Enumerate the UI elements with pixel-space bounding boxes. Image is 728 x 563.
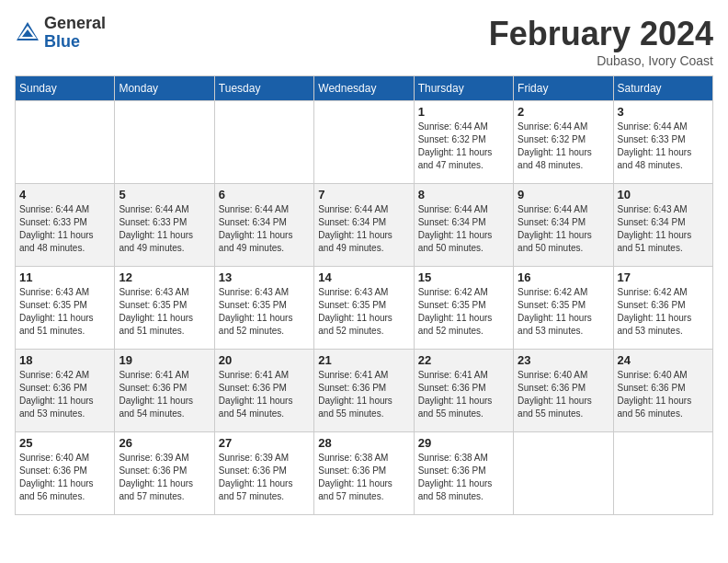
calendar-cell: 26Sunrise: 6:39 AM Sunset: 6:36 PM Dayli… bbox=[115, 432, 214, 515]
calendar-week-row: 1Sunrise: 6:44 AM Sunset: 6:32 PM Daylig… bbox=[16, 101, 713, 184]
day-number: 21 bbox=[318, 353, 409, 367]
calendar-cell: 23Sunrise: 6:40 AM Sunset: 6:36 PM Dayli… bbox=[514, 350, 613, 432]
day-number: 24 bbox=[618, 353, 709, 367]
calendar-table: SundayMondayTuesdayWednesdayThursdayFrid… bbox=[15, 75, 713, 515]
day-number: 13 bbox=[219, 270, 310, 284]
calendar-cell: 7Sunrise: 6:44 AM Sunset: 6:34 PM Daylig… bbox=[314, 184, 414, 267]
header-day-friday: Friday bbox=[514, 76, 613, 101]
day-info: Sunrise: 6:44 AM Sunset: 6:34 PM Dayligh… bbox=[418, 203, 509, 255]
calendar-cell: 12Sunrise: 6:43 AM Sunset: 6:35 PM Dayli… bbox=[115, 267, 214, 350]
header-day-thursday: Thursday bbox=[414, 76, 513, 101]
day-info: Sunrise: 6:41 AM Sunset: 6:36 PM Dayligh… bbox=[219, 369, 310, 420]
day-info: Sunrise: 6:40 AM Sunset: 6:36 PM Dayligh… bbox=[618, 369, 709, 420]
day-number: 8 bbox=[418, 188, 509, 201]
calendar-cell: 19Sunrise: 6:41 AM Sunset: 6:36 PM Dayli… bbox=[115, 350, 214, 432]
day-info: Sunrise: 6:43 AM Sunset: 6:35 PM Dayligh… bbox=[119, 286, 210, 338]
day-info: Sunrise: 6:40 AM Sunset: 6:36 PM Dayligh… bbox=[19, 452, 110, 503]
day-number: 15 bbox=[418, 270, 509, 284]
day-info: Sunrise: 6:44 AM Sunset: 6:34 PM Dayligh… bbox=[318, 203, 409, 255]
day-number: 11 bbox=[19, 270, 110, 284]
day-info: Sunrise: 6:43 AM Sunset: 6:35 PM Dayligh… bbox=[19, 286, 110, 338]
day-number: 29 bbox=[418, 436, 509, 450]
day-info: Sunrise: 6:41 AM Sunset: 6:36 PM Dayligh… bbox=[418, 369, 509, 420]
day-number: 3 bbox=[618, 105, 709, 119]
calendar-cell: 14Sunrise: 6:43 AM Sunset: 6:35 PM Dayli… bbox=[314, 267, 414, 350]
calendar-cell bbox=[16, 101, 115, 184]
day-info: Sunrise: 6:44 AM Sunset: 6:32 PM Dayligh… bbox=[418, 121, 509, 172]
day-info: Sunrise: 6:39 AM Sunset: 6:36 PM Dayligh… bbox=[219, 452, 310, 503]
day-number: 9 bbox=[518, 188, 609, 201]
title-area: February 2024 Dubaso, Ivory Coast bbox=[489, 15, 713, 68]
day-info: Sunrise: 6:38 AM Sunset: 6:36 PM Dayligh… bbox=[418, 452, 509, 503]
month-title: February 2024 bbox=[489, 15, 713, 53]
day-number: 17 bbox=[618, 270, 709, 284]
day-info: Sunrise: 6:40 AM Sunset: 6:36 PM Dayligh… bbox=[518, 369, 609, 420]
calendar-cell: 15Sunrise: 6:42 AM Sunset: 6:35 PM Dayli… bbox=[414, 267, 513, 350]
day-info: Sunrise: 6:44 AM Sunset: 6:33 PM Dayligh… bbox=[19, 203, 110, 255]
day-info: Sunrise: 6:38 AM Sunset: 6:36 PM Dayligh… bbox=[318, 452, 409, 503]
calendar-cell: 29Sunrise: 6:38 AM Sunset: 6:36 PM Dayli… bbox=[414, 432, 513, 515]
day-number: 28 bbox=[318, 436, 409, 450]
logo-general-text: General bbox=[44, 15, 106, 33]
day-info: Sunrise: 6:44 AM Sunset: 6:32 PM Dayligh… bbox=[518, 121, 609, 172]
day-info: Sunrise: 6:42 AM Sunset: 6:36 PM Dayligh… bbox=[19, 369, 110, 420]
day-info: Sunrise: 6:44 AM Sunset: 6:33 PM Dayligh… bbox=[119, 203, 210, 255]
day-number: 20 bbox=[219, 353, 310, 367]
calendar-cell: 10Sunrise: 6:43 AM Sunset: 6:34 PM Dayli… bbox=[613, 184, 712, 267]
day-number: 16 bbox=[518, 270, 609, 284]
day-number: 18 bbox=[19, 353, 110, 367]
calendar-week-row: 25Sunrise: 6:40 AM Sunset: 6:36 PM Dayli… bbox=[16, 432, 713, 515]
calendar-cell: 6Sunrise: 6:44 AM Sunset: 6:34 PM Daylig… bbox=[214, 184, 313, 267]
day-info: Sunrise: 6:43 AM Sunset: 6:35 PM Dayligh… bbox=[219, 286, 310, 338]
logo-icon bbox=[15, 20, 40, 46]
day-number: 22 bbox=[418, 353, 509, 367]
calendar-week-row: 11Sunrise: 6:43 AM Sunset: 6:35 PM Dayli… bbox=[16, 267, 713, 350]
day-number: 6 bbox=[219, 188, 310, 201]
day-number: 1 bbox=[418, 105, 509, 119]
calendar-cell: 4Sunrise: 6:44 AM Sunset: 6:33 PM Daylig… bbox=[16, 184, 115, 267]
calendar-cell: 24Sunrise: 6:40 AM Sunset: 6:36 PM Dayli… bbox=[613, 350, 712, 432]
day-info: Sunrise: 6:41 AM Sunset: 6:36 PM Dayligh… bbox=[318, 369, 409, 420]
header-day-wednesday: Wednesday bbox=[314, 76, 414, 101]
day-info: Sunrise: 6:41 AM Sunset: 6:36 PM Dayligh… bbox=[119, 369, 210, 420]
day-number: 25 bbox=[19, 436, 110, 450]
calendar-header-row: SundayMondayTuesdayWednesdayThursdayFrid… bbox=[16, 76, 713, 101]
day-info: Sunrise: 6:44 AM Sunset: 6:34 PM Dayligh… bbox=[518, 203, 609, 255]
day-info: Sunrise: 6:44 AM Sunset: 6:33 PM Dayligh… bbox=[618, 121, 709, 172]
calendar-week-row: 4Sunrise: 6:44 AM Sunset: 6:33 PM Daylig… bbox=[16, 184, 713, 267]
day-info: Sunrise: 6:42 AM Sunset: 6:35 PM Dayligh… bbox=[418, 286, 509, 338]
header-day-monday: Monday bbox=[115, 76, 214, 101]
day-number: 19 bbox=[119, 353, 210, 367]
day-number: 10 bbox=[618, 188, 709, 201]
logo: General Blue bbox=[15, 15, 106, 52]
calendar-cell: 2Sunrise: 6:44 AM Sunset: 6:32 PM Daylig… bbox=[514, 101, 613, 184]
day-info: Sunrise: 6:43 AM Sunset: 6:35 PM Dayligh… bbox=[318, 286, 409, 338]
calendar-cell: 3Sunrise: 6:44 AM Sunset: 6:33 PM Daylig… bbox=[613, 101, 712, 184]
location-subtitle: Dubaso, Ivory Coast bbox=[489, 53, 713, 68]
logo-blue-text: Blue bbox=[44, 33, 106, 52]
calendar-cell: 16Sunrise: 6:42 AM Sunset: 6:35 PM Dayli… bbox=[514, 267, 613, 350]
calendar-cell: 27Sunrise: 6:39 AM Sunset: 6:36 PM Dayli… bbox=[214, 432, 313, 515]
calendar-cell: 17Sunrise: 6:42 AM Sunset: 6:36 PM Dayli… bbox=[613, 267, 712, 350]
header-day-sunday: Sunday bbox=[16, 76, 115, 101]
calendar-cell: 18Sunrise: 6:42 AM Sunset: 6:36 PM Dayli… bbox=[16, 350, 115, 432]
day-number: 4 bbox=[19, 188, 110, 201]
logo-text: General Blue bbox=[44, 15, 106, 52]
calendar-cell: 25Sunrise: 6:40 AM Sunset: 6:36 PM Dayli… bbox=[16, 432, 115, 515]
calendar-cell: 13Sunrise: 6:43 AM Sunset: 6:35 PM Dayli… bbox=[214, 267, 313, 350]
day-number: 23 bbox=[518, 353, 609, 367]
calendar-week-row: 18Sunrise: 6:42 AM Sunset: 6:36 PM Dayli… bbox=[16, 350, 713, 432]
header-day-saturday: Saturday bbox=[613, 76, 712, 101]
day-number: 5 bbox=[119, 188, 210, 201]
calendar-cell bbox=[115, 101, 214, 184]
day-info: Sunrise: 6:42 AM Sunset: 6:35 PM Dayligh… bbox=[518, 286, 609, 338]
day-info: Sunrise: 6:43 AM Sunset: 6:34 PM Dayligh… bbox=[618, 203, 709, 255]
header-day-tuesday: Tuesday bbox=[214, 76, 313, 101]
day-number: 12 bbox=[119, 270, 210, 284]
day-info: Sunrise: 6:39 AM Sunset: 6:36 PM Dayligh… bbox=[119, 452, 210, 503]
calendar-cell: 22Sunrise: 6:41 AM Sunset: 6:36 PM Dayli… bbox=[414, 350, 513, 432]
calendar-cell: 11Sunrise: 6:43 AM Sunset: 6:35 PM Dayli… bbox=[16, 267, 115, 350]
calendar-cell: 1Sunrise: 6:44 AM Sunset: 6:32 PM Daylig… bbox=[414, 101, 513, 184]
calendar-cell: 21Sunrise: 6:41 AM Sunset: 6:36 PM Dayli… bbox=[314, 350, 414, 432]
calendar-cell bbox=[514, 432, 613, 515]
